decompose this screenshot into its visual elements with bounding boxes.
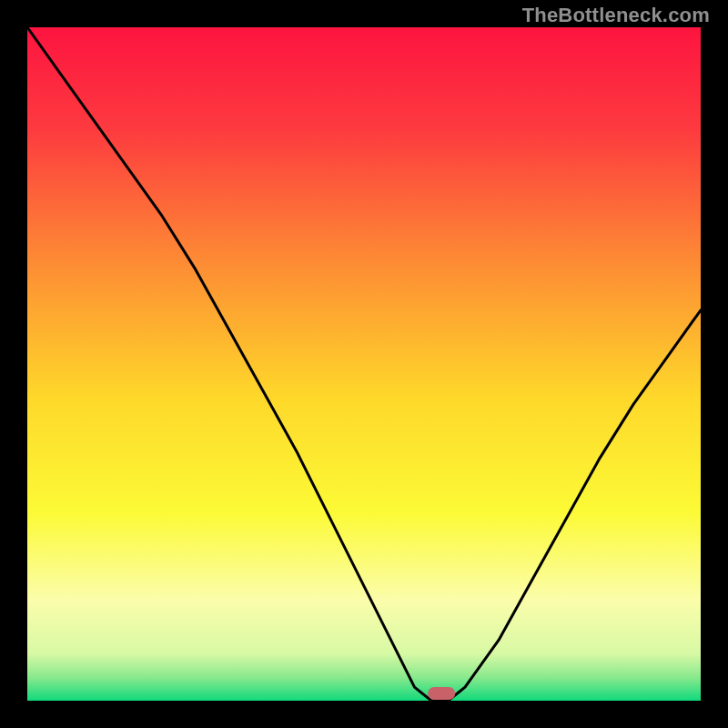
watermark-text: TheBottleneck.com [522,4,710,27]
optimal-marker [428,687,455,700]
background-gradient [27,27,701,701]
plot-area [27,27,701,701]
chart-frame: TheBottleneck.com [0,0,728,728]
